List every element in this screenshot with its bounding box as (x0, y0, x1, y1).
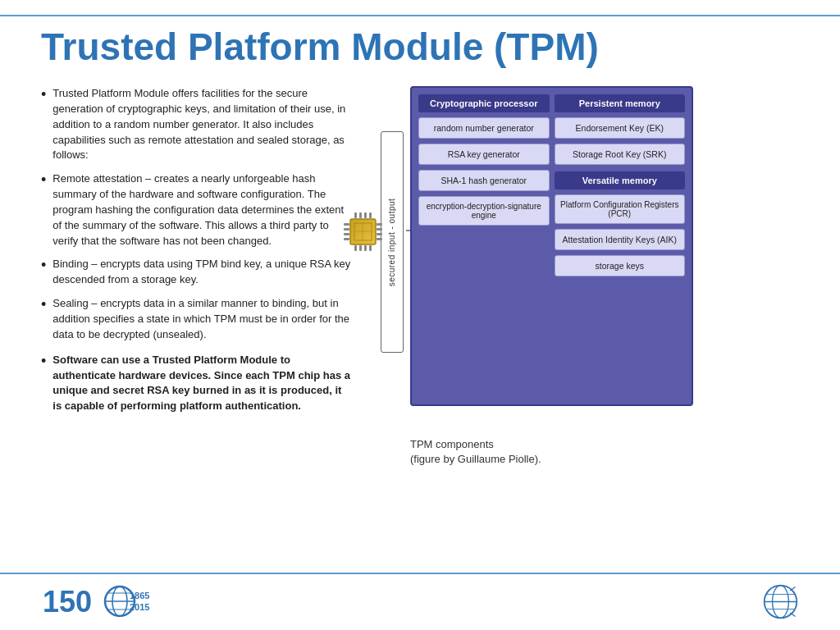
list-item: • Sealing – encrypts data in a similar m… (41, 296, 353, 343)
year-start: 1865 (130, 590, 149, 601)
left-column: • Trusted Platform Module offers facilit… (41, 86, 353, 564)
component-aik: Attestation Identity Keys (AIK) (555, 229, 686, 250)
bullet-text: Trusted Platform Module offers facilitie… (52, 86, 353, 163)
svg-rect-14 (364, 212, 367, 218)
bottom-divider (0, 573, 840, 574)
footer-right (762, 583, 799, 623)
component-rng: random number generator (418, 117, 550, 139)
svg-rect-15 (369, 212, 372, 218)
component-pcr: Platform Configuration Registers (PCR) (555, 194, 686, 224)
svg-text:150: 150 (43, 585, 92, 619)
list-item: • Remote attestation – creates a nearly … (41, 171, 353, 249)
svg-rect-6 (344, 233, 349, 235)
bullet-list: • Trusted Platform Module offers facilit… (41, 86, 353, 414)
footer-left: 150 1865 2015 (41, 581, 149, 622)
list-item: • Binding – encrypts data using TPM bind… (41, 257, 353, 288)
right-column: secured input - output (377, 86, 799, 564)
persistent-memory-header: Persistent memory (555, 94, 686, 112)
svg-rect-16 (354, 245, 357, 251)
tpm-diagram: secured input - output (377, 86, 697, 431)
itu-150-logo: 150 (41, 581, 139, 622)
side-label: secured input - output (388, 198, 397, 286)
bullet-dot: • (41, 296, 46, 343)
component-storage-keys: storage keys (555, 255, 686, 276)
svg-rect-12 (354, 212, 357, 218)
bullet-dot: • (41, 86, 46, 163)
component-srk: Storage Root Key (SRK) (555, 144, 686, 165)
tpm-left-column: Cryptographic processor random number ge… (418, 94, 550, 398)
svg-rect-10 (377, 233, 382, 235)
bullet-dot: • (41, 257, 46, 288)
bullet-dot: • (41, 171, 46, 249)
bullet-text: Sealing – encrypts data in a similar man… (52, 296, 353, 343)
tpm-right-column: Persistent memory Endorsement Key (EK) S… (555, 94, 686, 398)
diagram-caption: TPM components (figure by Guillaume Piol… (410, 437, 541, 467)
component-rsa: RSA key generator (418, 144, 550, 165)
tpm-inner-grid: Cryptographic processor random number ge… (418, 94, 685, 398)
svg-rect-11 (377, 238, 382, 240)
svg-rect-4 (344, 223, 349, 226)
versatile-memory-header: Versatile memory (555, 171, 686, 189)
bullet-dot: • (41, 353, 46, 414)
svg-rect-17 (359, 245, 362, 251)
component-enc: encryption-decryption-signature engine (418, 196, 550, 226)
content-area: • Trusted Platform Module offers facilit… (41, 86, 799, 564)
svg-rect-19 (369, 245, 372, 251)
bullet-text: Binding – encrypts data using TPM bind k… (52, 257, 353, 288)
list-item: • Trusted Platform Module offers facilit… (41, 86, 353, 163)
component-sha: SHA-1 hash generator (418, 170, 550, 191)
year-end: 2015 (130, 601, 149, 613)
tpm-outer-box: Cryptographic processor random number ge… (410, 86, 693, 406)
itu-years-text: 1865 2015 (130, 590, 149, 614)
bullet-text-bold: Software can use a Trusted Platform Modu… (52, 353, 353, 414)
svg-rect-13 (359, 212, 362, 218)
svg-rect-5 (344, 228, 349, 231)
page-title: Trusted Platform Module (TPM) (41, 25, 599, 69)
caption-line2: (figure by Guillaume Piolle). (410, 453, 541, 465)
bullet-text: Remote attestation – creates a nearly un… (52, 171, 353, 249)
svg-rect-8 (377, 223, 382, 226)
svg-rect-18 (364, 245, 367, 251)
top-divider (0, 15, 840, 16)
list-item-bold: • Software can use a Trusted Platform Mo… (41, 353, 353, 414)
crypto-processor-header: Cryptographic processor (418, 94, 550, 112)
tpm-chip-icon (340, 209, 386, 254)
component-ek: Endorsement Key (EK) (555, 117, 686, 139)
svg-rect-9 (377, 228, 382, 231)
svg-rect-7 (344, 238, 349, 240)
itu-globe-logo (762, 583, 799, 620)
caption-line1: TPM components (410, 438, 494, 450)
